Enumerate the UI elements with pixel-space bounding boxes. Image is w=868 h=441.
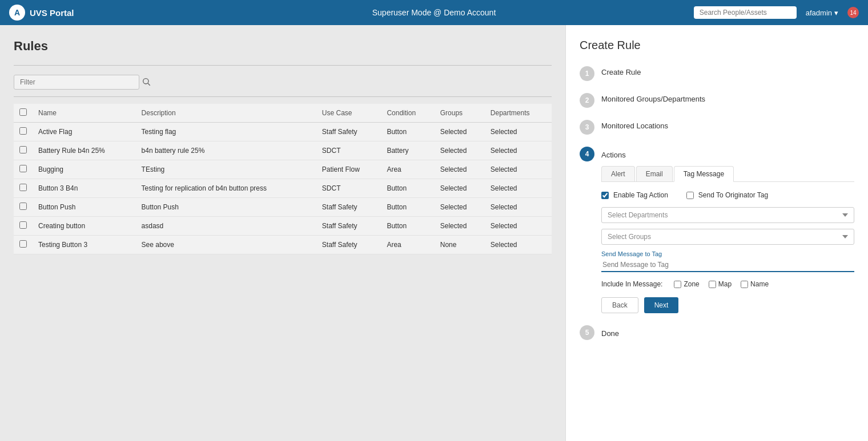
cell-description: Button Push	[136, 198, 316, 217]
include-zone-checkbox[interactable]	[674, 281, 681, 288]
cell-use-case: Patient Flow	[316, 160, 381, 179]
step-label-4: Actions	[601, 148, 854, 159]
step-circle-2: 2	[580, 93, 594, 108]
cell-name: Testing Button 3	[33, 236, 136, 254]
topnav-right: afadmin ▾ 14	[694, 6, 859, 19]
cell-description: See above	[136, 236, 316, 254]
cell-groups: None	[435, 236, 485, 254]
cell-departments: Selected	[485, 123, 552, 141]
select-all-checkbox[interactable]	[19, 108, 27, 116]
row-checkbox[interactable]	[19, 146, 27, 153]
cell-condition: Area	[381, 160, 434, 179]
wizard-step-5: 5 Done	[580, 325, 854, 340]
wizard-step-4: 4 Actions Alert Email Tag Message Enable…	[580, 146, 854, 313]
step-circle-5: 5	[580, 325, 594, 340]
search-button[interactable]	[142, 77, 151, 88]
cell-groups: Selected	[435, 198, 485, 217]
send-to-originator-checkbox[interactable]	[686, 192, 694, 199]
step-label-2: Monitored Groups/Departments	[601, 92, 705, 103]
user-menu[interactable]: afadmin ▾	[806, 9, 838, 17]
cell-name: Button 3 B4n	[33, 179, 136, 198]
tab-tag-message[interactable]: Tag Message	[674, 166, 734, 182]
enable-action-checkbox[interactable]	[601, 192, 609, 199]
svg-point-0	[143, 78, 148, 83]
table-row: Testing Button 3 See above Staff Safety …	[14, 236, 552, 254]
cell-use-case: SDCT	[316, 179, 381, 198]
cell-description: Testing for replication of b4n button pr…	[136, 179, 316, 198]
table-row: Button 3 B4n Testing for replication of …	[14, 179, 552, 198]
enable-action-label: Enable Tag Action	[613, 191, 668, 199]
chevron-down-icon: ▾	[834, 9, 838, 17]
include-map-label: Map	[718, 280, 732, 288]
logo: A UVS Portal	[9, 5, 74, 21]
back-button[interactable]: Back	[601, 297, 638, 313]
btn-row: Back Next	[601, 297, 854, 313]
include-map-checkbox[interactable]	[709, 281, 716, 288]
cell-use-case: Staff Safety	[316, 217, 381, 236]
tab-alert[interactable]: Alert	[601, 166, 635, 181]
cell-use-case: Staff Safety	[316, 123, 381, 141]
main-area: Rules Name Description Use Case Conditio…	[0, 25, 868, 441]
row-checkbox[interactable]	[19, 165, 27, 172]
page-title: Rules	[14, 39, 552, 54]
col-condition: Condition	[381, 104, 434, 123]
wizard-step-2: 2 Monitored Groups/Departments	[580, 92, 854, 108]
col-name: Name	[33, 104, 136, 123]
cell-departments: Selected	[485, 217, 552, 236]
cell-description: asdasd	[136, 217, 316, 236]
row-checkbox[interactable]	[19, 184, 27, 191]
message-input[interactable]	[601, 258, 854, 272]
filter-bar	[14, 75, 552, 97]
filter-input[interactable]	[14, 75, 139, 90]
cell-use-case: SDCT	[316, 141, 381, 160]
include-zone: Zone	[674, 280, 699, 288]
step-circle-4: 4	[580, 147, 594, 161]
logo-icon: A	[9, 5, 25, 21]
cell-name: Active Flag	[33, 123, 136, 141]
step-label-5: Done	[601, 327, 619, 338]
cell-description: Testing flag	[136, 123, 316, 141]
cell-groups: Selected	[435, 179, 485, 198]
tab-email[interactable]: Email	[636, 166, 673, 181]
table-row: Bugging TEsting Patient Flow Area Select…	[14, 160, 552, 179]
cell-description: b4n battery rule 25%	[136, 141, 316, 160]
include-map: Map	[709, 280, 732, 288]
table-row: Button Push Button Push Staff Safety But…	[14, 198, 552, 217]
row-checkbox[interactable]	[19, 221, 27, 229]
cell-name: Creating button	[33, 217, 136, 236]
cell-name: Bugging	[33, 160, 136, 179]
message-field-label: Send Message to Tag	[601, 250, 854, 257]
notification-badge[interactable]: 14	[847, 7, 859, 18]
include-row: Include In Message: Zone Map Name	[601, 280, 854, 288]
include-zone-label: Zone	[684, 280, 699, 288]
cell-groups: Selected	[435, 123, 485, 141]
cell-condition: Button	[381, 198, 434, 217]
row-checkbox[interactable]	[19, 127, 27, 135]
cell-groups: Selected	[435, 160, 485, 179]
cell-name: Battery Rule b4n 25%	[33, 141, 136, 160]
rules-panel: Rules Name Description Use Case Conditio…	[0, 25, 565, 441]
next-button[interactable]: Next	[644, 297, 679, 313]
col-departments: Departments	[485, 104, 552, 123]
search-icon	[142, 77, 151, 86]
row-checkbox[interactable]	[19, 240, 27, 248]
tab-bar: Alert Email Tag Message	[601, 166, 854, 182]
step-label-1: Create Rule	[601, 66, 641, 76]
search-input[interactable]	[694, 6, 797, 19]
include-name-label: Name	[750, 280, 769, 288]
cell-description: TEsting	[136, 160, 316, 179]
col-use-case: Use Case	[316, 104, 381, 123]
table-row: Creating button asdasd Staff Safety Butt…	[14, 217, 552, 236]
cell-groups: Selected	[435, 217, 485, 236]
superuser-mode-label: Superuser Mode @ Demo Account	[372, 8, 496, 17]
include-name-checkbox[interactable]	[741, 281, 748, 288]
select-departments[interactable]: Select Departments	[601, 207, 854, 223]
table-row: Battery Rule b4n 25% b4n battery rule 25…	[14, 141, 552, 160]
row-checkbox[interactable]	[19, 203, 27, 210]
cell-groups: Selected	[435, 141, 485, 160]
divider	[14, 65, 552, 66]
cell-condition: Battery	[381, 141, 434, 160]
select-groups[interactable]: Select Groups	[601, 229, 854, 245]
actions-section: Actions Alert Email Tag Message Enable T…	[601, 148, 854, 313]
wizard-step-3: 3 Monitored Locations	[580, 119, 854, 135]
